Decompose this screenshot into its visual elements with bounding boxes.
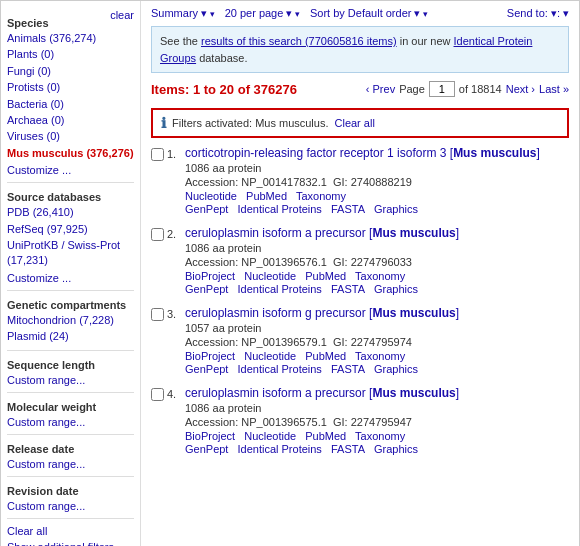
sidebar: Species clear Animals (376,274) Plants (… <box>1 1 141 546</box>
seq-length-custom-link[interactable]: Custom range... <box>7 374 134 386</box>
graphics-link[interactable]: Graphics <box>374 203 418 215</box>
result-title: ceruloplasmin isoform a precursor [Mus m… <box>185 386 569 400</box>
sidebar-item-protists[interactable]: Protists (0) <box>7 80 134 95</box>
nucleotide-link[interactable]: Nucleotide <box>244 270 296 282</box>
genpept-link[interactable]: GenPept <box>185 283 228 295</box>
result-links-1: BioProject Nucleotide PubMed Taxonomy <box>185 270 569 282</box>
search-results-link[interactable]: results of this search (770605816 items) <box>201 35 397 47</box>
sidebar-item-fungi[interactable]: Fungi (0) <box>7 64 134 79</box>
fasta-link[interactable]: FASTA <box>331 363 365 375</box>
result-checkbox[interactable] <box>151 388 164 401</box>
release-date-title: Release date <box>7 443 134 455</box>
main-content: Summary ▾ 20 per page ▾ Sort by Default … <box>141 1 579 546</box>
mol-weight-title: Molecular weight <box>7 401 134 413</box>
sidebar-item-uniprot[interactable]: UniProtKB / Swiss-Prot (17,231) <box>7 238 134 269</box>
perpage-dropdown[interactable]: 20 per page ▾ <box>225 7 300 20</box>
show-additional-filters-link[interactable]: Show additional filters <box>7 541 134 546</box>
nucleotide-link[interactable]: Nucleotide <box>244 350 296 362</box>
pubmed-link[interactable]: PubMed <box>246 190 287 202</box>
graphics-link[interactable]: Graphics <box>374 443 418 455</box>
sidebar-item-mitochondrion[interactable]: Mitochondrion (7,228) <box>7 313 134 328</box>
result-links-2: GenPept Identical Proteins FASTA Graphic… <box>185 283 569 295</box>
result-title-link[interactable]: corticotropin-releasing factor receptor … <box>185 146 540 160</box>
sidebar-item-mus-musculus[interactable]: Mus musculus (376,276) <box>7 146 134 161</box>
sidebar-item-archaea[interactable]: Archaea (0) <box>7 113 134 128</box>
result-item: 3. ceruloplasmin isoform g precursor [Mu… <box>151 306 569 376</box>
result-links-1: BioProject Nucleotide PubMed Taxonomy <box>185 430 569 442</box>
species-title: Species <box>7 17 49 29</box>
nucleotide-link[interactable]: Nucleotide <box>244 430 296 442</box>
pubmed-link[interactable]: PubMed <box>305 430 346 442</box>
result-title: ceruloplasmin isoform a precursor [Mus m… <box>185 226 569 240</box>
result-checkbox[interactable] <box>151 228 164 241</box>
page-label: Page <box>399 83 425 95</box>
fasta-link[interactable]: FASTA <box>331 203 365 215</box>
nucleotide-link[interactable]: Nucleotide <box>185 190 237 202</box>
identical-proteins-link[interactable]: Identical Proteins <box>237 443 321 455</box>
info-box: See the results of this search (77060581… <box>151 26 569 73</box>
prev-page-link[interactable]: ‹ Prev <box>366 83 395 95</box>
sidebar-item-animals[interactable]: Animals (376,274) <box>7 31 134 46</box>
result-checkbox[interactable] <box>151 148 164 161</box>
page-input[interactable] <box>429 81 455 97</box>
result-title: ceruloplasmin isoform g precursor [Mus m… <box>185 306 569 320</box>
genpept-link[interactable]: GenPept <box>185 203 228 215</box>
source-customize-link[interactable]: Customize ... <box>7 272 134 284</box>
result-number: 2. <box>167 226 185 296</box>
clear-all-link[interactable]: Clear all <box>7 525 134 537</box>
result-title-link[interactable]: ceruloplasmin isoform a precursor [Mus m… <box>185 386 459 400</box>
bioproject-link[interactable]: BioProject <box>185 430 235 442</box>
bioproject-link[interactable]: BioProject <box>185 350 235 362</box>
sidebar-item-viruses[interactable]: Viruses (0) <box>7 129 134 144</box>
identical-proteins-link[interactable]: Identical Proteins <box>237 363 321 375</box>
result-checkbox[interactable] <box>151 308 164 321</box>
info-text-end: database. <box>196 52 247 64</box>
filter-text: Filters activated: Mus musculus. <box>172 117 329 129</box>
sort-dropdown[interactable]: Sort by Default order ▾ <box>310 7 428 20</box>
genpept-link[interactable]: GenPept <box>185 443 228 455</box>
result-item: 1. corticotropin-releasing factor recept… <box>151 146 569 216</box>
taxonomy-link[interactable]: Taxonomy <box>296 190 346 202</box>
result-accession: Accession: NP_001396575.1 GI: 2274795947 <box>185 416 569 428</box>
result-links-2: GenPept Identical Proteins FASTA Graphic… <box>185 203 569 215</box>
result-desc: 1086 aa protein <box>185 242 569 254</box>
filter-clear-link[interactable]: Clear all <box>335 117 375 129</box>
summary-dropdown[interactable]: Summary ▾ <box>151 7 215 20</box>
filter-bar: ℹ Filters activated: Mus musculus. Clear… <box>151 108 569 138</box>
taxonomy-link[interactable]: Taxonomy <box>355 430 405 442</box>
sidebar-item-pdb[interactable]: PDB (26,410) <box>7 205 134 220</box>
identical-proteins-link[interactable]: Identical Proteins <box>237 283 321 295</box>
identical-proteins-link[interactable]: Identical Proteins <box>237 203 321 215</box>
result-item: 2. ceruloplasmin isoform a precursor [Mu… <box>151 226 569 296</box>
taxonomy-link[interactable]: Taxonomy <box>355 350 405 362</box>
release-date-custom-link[interactable]: Custom range... <box>7 458 134 470</box>
sidebar-item-plants[interactable]: Plants (0) <box>7 47 134 62</box>
info-text-before: See the <box>160 35 201 47</box>
result-accession: Accession: NP_001396579.1 GI: 2274795974 <box>185 336 569 348</box>
sidebar-item-refseq[interactable]: RefSeq (97,925) <box>7 222 134 237</box>
genpept-link[interactable]: GenPept <box>185 363 228 375</box>
species-customize-link[interactable]: Customize ... <box>7 164 134 176</box>
graphics-link[interactable]: Graphics <box>374 363 418 375</box>
result-title-link[interactable]: ceruloplasmin isoform a precursor [Mus m… <box>185 226 459 240</box>
sidebar-item-bacteria[interactable]: Bacteria (0) <box>7 97 134 112</box>
revision-date-custom-link[interactable]: Custom range... <box>7 500 134 512</box>
result-desc: 1057 aa protein <box>185 322 569 334</box>
taxonomy-link[interactable]: Taxonomy <box>355 270 405 282</box>
species-clear-link[interactable]: clear <box>110 9 134 31</box>
fasta-link[interactable]: FASTA <box>331 283 365 295</box>
fasta-link[interactable]: FASTA <box>331 443 365 455</box>
last-page-link[interactable]: Last » <box>539 83 569 95</box>
send-to-link[interactable]: Send to: ▾ <box>507 7 569 20</box>
result-title-link[interactable]: ceruloplasmin isoform g precursor [Mus m… <box>185 306 459 320</box>
bioproject-link[interactable]: BioProject <box>185 270 235 282</box>
sidebar-item-plasmid[interactable]: Plasmid (24) <box>7 329 134 344</box>
of-label: of 18814 <box>459 83 502 95</box>
selected-species-label: Mus musculus (376,276) <box>7 147 134 159</box>
next-page-link[interactable]: Next › <box>506 83 535 95</box>
pubmed-link[interactable]: PubMed <box>305 350 346 362</box>
info-text-after: in our new <box>397 35 454 47</box>
graphics-link[interactable]: Graphics <box>374 283 418 295</box>
mol-weight-custom-link[interactable]: Custom range... <box>7 416 134 428</box>
pubmed-link[interactable]: PubMed <box>305 270 346 282</box>
